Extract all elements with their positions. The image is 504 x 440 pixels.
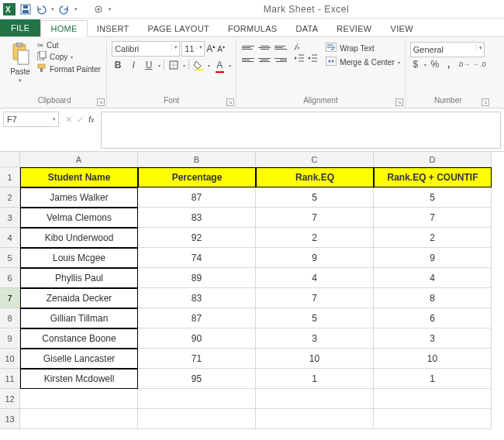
cell-D3[interactable]: 7 [374, 208, 492, 228]
undo-icon[interactable] [36, 4, 47, 15]
cell-A3[interactable]: Velma Clemons [20, 208, 138, 228]
copy-button[interactable]: Copy ▾ [36, 51, 102, 62]
cell-A12[interactable] [20, 389, 138, 409]
accounting-format-button[interactable]: $ [410, 59, 421, 70]
column-header-A[interactable]: A [20, 152, 138, 167]
border-button[interactable] [167, 59, 180, 71]
cell-C11[interactable]: 1 [256, 369, 374, 389]
row-header-3[interactable]: 3 [0, 208, 20, 228]
cell-D4[interactable]: 2 [374, 228, 492, 248]
cell-B8[interactable]: 87 [138, 308, 256, 328]
row-header-12[interactable]: 12 [0, 389, 20, 409]
cell-C7[interactable]: 7 [256, 288, 374, 308]
tab-page-layout[interactable]: PAGE LAYOUT [139, 21, 219, 36]
decrease-decimal-button[interactable]: ←.0 [473, 60, 486, 68]
cell-D8[interactable]: 6 [374, 308, 492, 328]
cell-A6[interactable]: Phyllis Paul [20, 268, 138, 288]
formula-input[interactable] [101, 112, 501, 149]
bold-button[interactable]: B [112, 59, 124, 71]
tab-formulas[interactable]: FORMULAS [219, 21, 287, 36]
cell-A7[interactable]: Zenaida Decker [20, 288, 138, 308]
font-color-button[interactable]: A [213, 59, 226, 71]
qat-more-icon[interactable]: ▾ [74, 6, 78, 12]
cell-B3[interactable]: 83 [138, 208, 256, 228]
percent-format-button[interactable]: % [430, 59, 440, 70]
cell-B6[interactable]: 89 [138, 268, 256, 288]
format-painter-button[interactable]: Format Painter [36, 64, 102, 74]
comma-format-button[interactable]: , [444, 59, 454, 70]
select-all-corner[interactable] [0, 152, 20, 167]
italic-button[interactable]: I [127, 59, 140, 71]
row-header-8[interactable]: 8 [0, 308, 20, 328]
align-center-button[interactable] [257, 54, 271, 65]
cell-A8[interactable]: Gillian Tillman [20, 308, 138, 328]
cell-D1[interactable]: Rank.EQ + COUNTIF [374, 167, 492, 187]
number-launcher-icon[interactable]: ↘ [482, 98, 489, 106]
cell-B9[interactable]: 90 [138, 328, 256, 349]
cell-D6[interactable]: 4 [374, 268, 492, 288]
cell-C3[interactable]: 7 [256, 208, 374, 228]
row-header-9[interactable]: 9 [0, 328, 20, 349]
cut-button[interactable]: ✂Cut [36, 41, 102, 50]
cell-D12[interactable] [374, 389, 492, 409]
cell-A11[interactable]: Kirsten Mcdowell [20, 369, 138, 389]
cell-C2[interactable]: 5 [256, 187, 374, 208]
cell-D10[interactable]: 10 [374, 349, 492, 369]
cell-C13[interactable] [256, 409, 374, 429]
cell-A10[interactable]: Giselle Lancaster [20, 349, 138, 369]
paste-button[interactable]: Paste ▾ [7, 41, 33, 84]
align-top-button[interactable] [241, 42, 255, 53]
cell-A9[interactable]: Constance Boone [20, 328, 138, 349]
align-right-button[interactable] [274, 54, 288, 65]
cell-B4[interactable]: 92 [138, 228, 256, 248]
cell-B12[interactable] [138, 389, 256, 409]
row-header-1[interactable]: 1 [0, 167, 20, 187]
increase-indent-button[interactable] [307, 53, 318, 64]
enter-formula-icon[interactable]: ✓ [77, 115, 84, 125]
cell-B10[interactable]: 71 [138, 349, 256, 369]
increase-font-button[interactable]: A▴ [206, 43, 216, 54]
cell-B2[interactable]: 87 [138, 187, 256, 208]
cell-C4[interactable]: 2 [256, 228, 374, 248]
undo-more-icon[interactable]: ▾ [51, 6, 54, 12]
column-header-D[interactable]: D [374, 152, 492, 167]
cell-C5[interactable]: 9 [256, 248, 374, 268]
row-header-7[interactable]: 7 [0, 288, 20, 308]
redo-icon[interactable] [59, 4, 70, 15]
tab-data[interactable]: DATA [286, 21, 327, 36]
cancel-formula-icon[interactable]: ✕ [65, 115, 72, 125]
row-header-11[interactable]: 11 [0, 369, 20, 389]
fill-color-button[interactable] [192, 59, 205, 71]
cell-A4[interactable]: Kibo Underwood [20, 228, 138, 248]
cell-A13[interactable] [20, 409, 138, 429]
row-header-10[interactable]: 10 [0, 349, 20, 369]
column-header-C[interactable]: C [256, 152, 374, 167]
fx-icon[interactable]: fx [88, 115, 95, 124]
cell-B1[interactable]: Percentage [138, 167, 256, 187]
name-box[interactable]: F7▾ [3, 112, 59, 127]
save-icon[interactable] [20, 4, 31, 15]
touch-mode-icon[interactable] [93, 4, 104, 15]
cell-C8[interactable]: 5 [256, 308, 374, 328]
tab-home[interactable]: HOME [40, 20, 87, 37]
merge-center-button[interactable]: Merge & Center ▾ [326, 57, 400, 67]
cell-B11[interactable]: 95 [138, 369, 256, 389]
row-header-13[interactable]: 13 [0, 409, 20, 429]
row-header-5[interactable]: 5 [0, 248, 20, 268]
cell-B7[interactable]: 83 [138, 288, 256, 308]
column-header-B[interactable]: B [138, 152, 256, 167]
decrease-font-button[interactable]: A▾ [217, 44, 225, 53]
cell-B13[interactable] [138, 409, 256, 429]
increase-decimal-button[interactable]: .0→ [457, 60, 471, 68]
font-name-combo[interactable]: Calibri▾ [112, 41, 180, 57]
cell-B5[interactable]: 74 [138, 248, 256, 268]
font-launcher-icon[interactable]: ↘ [226, 98, 234, 106]
tab-view[interactable]: VIEW [381, 21, 423, 36]
cell-D11[interactable]: 1 [374, 369, 492, 389]
cell-A5[interactable]: Louis Mcgee [20, 248, 138, 268]
cell-D9[interactable]: 3 [374, 328, 492, 349]
cell-C6[interactable]: 4 [256, 268, 374, 288]
row-header-2[interactable]: 2 [0, 187, 20, 208]
orientation-button[interactable]: ⅈ▾ [294, 42, 318, 52]
decrease-indent-button[interactable] [294, 53, 305, 64]
